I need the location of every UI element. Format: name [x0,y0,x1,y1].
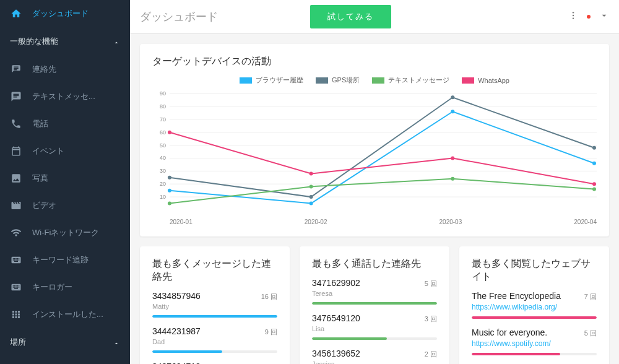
sidebar-item[interactable]: キーロガー [0,274,130,301]
svg-point-28 [592,146,596,150]
item-primary: 3471629902 [312,278,360,288]
sidebar-item-label: テキストメッセ... [32,91,95,102]
item-secondary: Teresa [312,290,437,297]
svg-point-25 [168,176,171,180]
menu-icon [10,254,22,266]
item-primary: 3456139652 [312,349,360,358]
item-primary: Music for everyone. [472,327,547,337]
chevron-up-icon [113,338,120,347]
item-primary: 3444231987 [152,326,201,336]
x-tick: 2020-03 [439,219,462,225]
sidebar-item-label: ビデオ [32,200,56,211]
top-websites-card: 最も多く閲覧したウェブサイトThe Free Encyclopedia7 回ht… [459,246,609,364]
status-dot [587,15,591,19]
chevron-up-icon [113,37,120,46]
sidebar-item[interactable]: キーワード追跡 [0,246,130,274]
svg-point-32 [592,188,596,191]
more-icon[interactable] [568,11,578,23]
legend-item[interactable]: WhatsApp [462,76,509,85]
sidebar-item-dashboard[interactable]: ダッシュボード [0,0,130,27]
svg-text:30: 30 [160,168,166,174]
card-title: 最も多く通話した連絡先 [312,258,437,271]
list-item[interactable]: 34442319879 回Dad [152,326,277,353]
svg-point-23 [451,110,454,113]
list-item[interactable]: The Free Encyclopedia7 回https://www.wiki… [472,291,597,319]
header: ダッシュボード 試してみる [130,0,619,34]
legend-swatch [462,77,474,84]
sidebar-item[interactable]: 連絡先 [0,56,130,83]
sidebar-item[interactable]: テキストメッセ... [0,83,130,110]
legend-item[interactable]: テキストメッセージ [372,76,449,85]
item-count: 3 回 [425,314,437,324]
item-count: 7 回 [584,292,597,301]
list-item[interactable]: 34561396522 回Jessica [312,349,437,364]
svg-point-31 [451,177,454,181]
card-title: ターゲットデバイスの活動 [152,55,597,68]
page-title: ダッシュボード [140,9,218,24]
stats-row: 最も多くメッセージした連絡先343485794616 回Matty3444231… [140,246,609,364]
menu-icon [10,145,22,157]
menu-icon [10,227,22,239]
chart-legend: ブラウザー履歴GPS場所テキストメッセージWhatsApp [152,76,597,85]
sidebar-item[interactable]: インストールした... [0,301,130,328]
legend-label: ブラウザー履歴 [256,76,303,85]
item-primary: 3476549120 [312,313,360,323]
list-item[interactable]: Music for everyone.5 回https://www.spotif… [472,327,597,355]
svg-text:90: 90 [160,90,166,97]
legend-swatch [240,77,252,84]
sidebar-item-label: ダッシュボード [32,8,89,19]
svg-point-21 [168,189,171,193]
progress-bar [312,302,437,305]
x-tick: 2020-01 [170,219,193,225]
home-icon [10,7,22,20]
item-count: 5 回 [425,279,437,288]
sidebar-item-label: 連絡先 [32,64,56,75]
list-item[interactable]: 34765491203 回Lisa [312,313,437,340]
sidebar-section-location[interactable]: 場所 [0,328,130,357]
legend-label: テキストメッセージ [388,76,449,85]
legend-item[interactable]: GPS場所 [316,76,360,85]
sidebar-item-label: キーワード追跡 [32,254,89,266]
svg-point-0 [573,12,574,13]
svg-text:80: 80 [160,103,166,110]
menu-icon [10,63,22,76]
sidebar-item-label: Wi-Fiネットワーク [32,227,99,238]
svg-text:50: 50 [160,142,166,149]
svg-point-35 [451,156,454,160]
item-secondary: https://www.spotify.com/ [472,339,597,348]
sidebar-item[interactable]: ビデオ [0,192,130,219]
chart-x-labels: 2020-012020-022020-032020-04 [152,216,597,225]
sidebar-item-label: キーロガー [32,282,72,293]
sidebar-item[interactable]: 電話 [0,110,130,137]
list-item[interactable]: 34716299025 回Teresa [312,278,437,305]
svg-text:20: 20 [160,181,166,187]
sidebar-item[interactable]: GPS場所 [0,357,130,364]
svg-text:70: 70 [160,116,166,123]
svg-point-24 [592,162,596,165]
sidebar-item-label: 写真 [32,173,48,184]
svg-point-22 [310,202,313,206]
legend-label: WhatsApp [478,77,509,84]
legend-item[interactable]: ブラウザー履歴 [240,76,303,85]
menu-icon [10,118,22,130]
list-item[interactable]: 34876947124 回Mom [152,362,277,364]
main-content: ダッシュボード 試してみる ターゲットデバイスの活動 ブラウザー履歴GPS場所テ… [130,0,619,364]
sidebar-item[interactable]: Wi-Fiネットワーク [0,219,130,246]
sidebar-item[interactable]: 写真 [0,165,130,192]
sidebar-item-label: インストールした... [32,309,103,320]
header-actions [568,11,609,23]
chevron-down-icon[interactable] [599,11,609,23]
try-button[interactable]: 試してみる [310,5,391,28]
list-item[interactable]: 343485794616 回Matty [152,291,277,318]
progress-bar [152,315,277,318]
progress-bar [472,353,597,355]
progress-bar [472,316,597,319]
menu-icon [10,308,22,321]
item-secondary: https://www.wikipedia.org/ [472,303,597,311]
item-count: 5 回 [584,329,597,338]
content-area: ターゲットデバイスの活動 ブラウザー履歴GPS場所テキストメッセージWhatsA… [130,34,619,364]
item-secondary: Jessica [312,360,437,364]
legend-swatch [316,77,328,84]
sidebar-section-general[interactable]: 一般的な機能 [0,27,130,56]
sidebar-item[interactable]: イベント [0,137,130,165]
